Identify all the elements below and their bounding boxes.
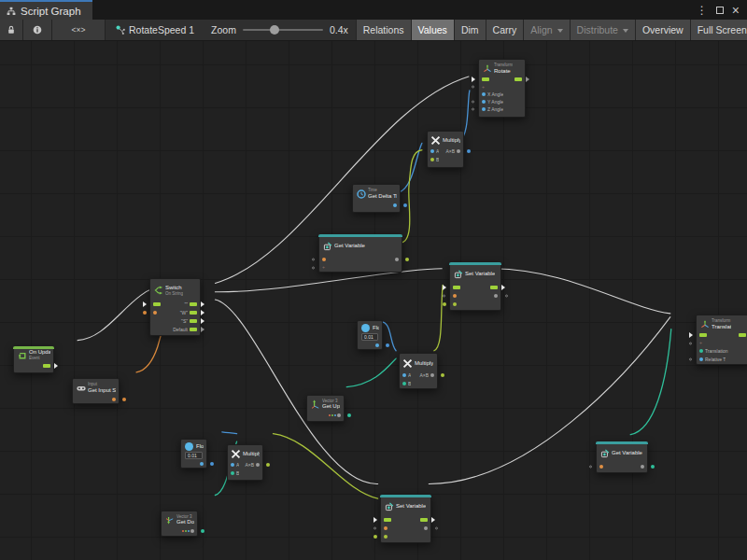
port-row	[450, 300, 500, 308]
port[interactable]	[112, 398, 116, 401]
port[interactable]	[430, 149, 434, 153]
port[interactable]	[200, 462, 204, 466]
port[interactable]	[424, 526, 428, 530]
connections-button[interactable]: <×>	[52, 20, 106, 40]
toolbar-button-relations[interactable]: Relations	[356, 20, 411, 40]
vec-down-icon	[164, 515, 175, 525]
port-row	[353, 201, 400, 209]
port[interactable]	[402, 382, 406, 385]
port[interactable]	[420, 518, 428, 522]
port[interactable]	[329, 413, 341, 417]
port[interactable]	[494, 294, 498, 298]
port[interactable]	[43, 364, 50, 368]
unconnected-port-icon	[472, 101, 474, 104]
port[interactable]	[453, 286, 460, 289]
wire-multiply-bot-to-set-variable-bot	[274, 434, 378, 499]
port[interactable]	[599, 465, 603, 469]
toolbar-button-full-screen[interactable]: Full Screen	[690, 20, 747, 40]
node-get-variable-br[interactable]: Get Variable	[596, 441, 648, 473]
port[interactable]	[393, 203, 397, 207]
node-float-mid[interactable]: Float0.01	[357, 320, 383, 350]
value-field[interactable]: 0.01	[185, 452, 203, 459]
toolbar-button-carry[interactable]: Carry	[486, 20, 524, 40]
port[interactable]	[256, 463, 260, 467]
port[interactable]	[190, 302, 197, 306]
port[interactable]	[322, 258, 326, 261]
node-float-bot[interactable]: Float0.01	[180, 439, 207, 469]
node-multiply-mid[interactable]: MultiplyAA×BB	[399, 353, 438, 389]
port[interactable]	[482, 100, 486, 104]
port[interactable]	[699, 357, 703, 361]
port[interactable]	[384, 535, 388, 539]
port[interactable]	[430, 373, 434, 377]
node-accent-bar	[318, 234, 402, 237]
toolbar-button-align[interactable]: Align	[523, 20, 569, 40]
port[interactable]	[231, 463, 234, 467]
port[interactable]	[190, 319, 197, 323]
port-label: A×B	[419, 372, 429, 378]
port[interactable]	[490, 286, 498, 289]
node-vector3-get-down[interactable]: Vector 3Get Down	[161, 511, 198, 537]
port[interactable]	[153, 311, 157, 315]
port[interactable]	[739, 333, 746, 337]
port[interactable]	[384, 518, 391, 522]
port[interactable]	[453, 294, 457, 298]
port[interactable]	[190, 311, 197, 315]
port-row	[450, 291, 500, 300]
port[interactable]	[482, 77, 489, 81]
port[interactable]	[641, 465, 644, 469]
port[interactable]	[182, 529, 194, 533]
maximize-icon[interactable]	[716, 5, 724, 16]
port[interactable]	[384, 526, 388, 530]
zoom-slider[interactable]	[243, 29, 323, 31]
zoom-slider-handle[interactable]	[270, 25, 279, 35]
port[interactable]	[453, 302, 457, 306]
value-field[interactable]: 0.01	[361, 333, 378, 341]
node-translate[interactable]: TransformTranslat+TranslationRelative T	[696, 315, 747, 365]
node-vector3-get-up[interactable]: Vector 3Get Up	[306, 395, 345, 422]
port[interactable]	[699, 349, 703, 353]
node-rotate[interactable]: TransformRotate+X AngleY AngleZ Angle	[478, 59, 526, 118]
node-on-update[interactable]: On UpdateEvent	[13, 346, 54, 373]
port[interactable]	[482, 92, 486, 96]
port: +	[322, 265, 325, 270]
node-get-delta-time[interactable]: TimeGet Delta Time	[352, 184, 401, 213]
port[interactable]	[402, 373, 406, 377]
toolbar-button-values[interactable]: Values	[411, 20, 454, 40]
breadcrumb[interactable]: RotateSpeed 1	[106, 20, 204, 40]
unconnected-port-icon	[472, 86, 474, 89]
menu-icon[interactable]: ⋮	[697, 5, 708, 16]
port[interactable]	[514, 77, 522, 81]
close-icon[interactable]: ×	[732, 4, 740, 17]
port[interactable]	[231, 471, 234, 475]
inspect-button[interactable]	[23, 20, 52, 40]
node-get-input-string[interactable]: InputGet Input Strin	[72, 378, 120, 404]
toolbar-button-dim[interactable]: Dim	[454, 20, 486, 40]
port-row: +	[697, 340, 747, 348]
tab-script-graph[interactable]: Script Graph	[0, 0, 92, 20]
port[interactable]	[482, 107, 486, 111]
toolbar-button-overview[interactable]: Overview	[635, 20, 690, 40]
port[interactable]	[457, 149, 460, 153]
lock-button[interactable]	[0, 20, 23, 40]
port[interactable]	[153, 302, 161, 306]
node-multiply-top[interactable]: MultiplyAA×BB	[427, 131, 464, 168]
node-set-variable-mid[interactable]: Set Variable	[449, 262, 501, 311]
port-row: X Angle	[479, 91, 525, 98]
port[interactable]	[395, 258, 399, 261]
node-get-variable-top[interactable]: Get Variable+	[318, 234, 402, 273]
wire-vector3-get-up-to-multiply-mid	[346, 358, 396, 387]
graph-canvas[interactable]: On UpdateEventInputGet Input StrinSwitch…	[0, 41, 747, 560]
lock-icon	[7, 25, 17, 35]
multiply-icon	[430, 135, 441, 146]
node-set-variable-bot[interactable]: Set Variable	[380, 495, 431, 543]
node-title: Switch	[165, 285, 183, 291]
node-multiply-bot[interactable]: MultiplyAA×BB	[227, 444, 263, 481]
toolbar-button-distribute[interactable]: Distribute	[570, 20, 635, 40]
port[interactable]	[430, 158, 434, 161]
port[interactable]	[375, 343, 379, 347]
node-switch-on-string[interactable]: SwitchOn String"""W""S"Default	[149, 278, 201, 336]
port[interactable]	[699, 333, 707, 337]
button-label: Values	[418, 24, 447, 35]
port[interactable]	[190, 328, 197, 331]
